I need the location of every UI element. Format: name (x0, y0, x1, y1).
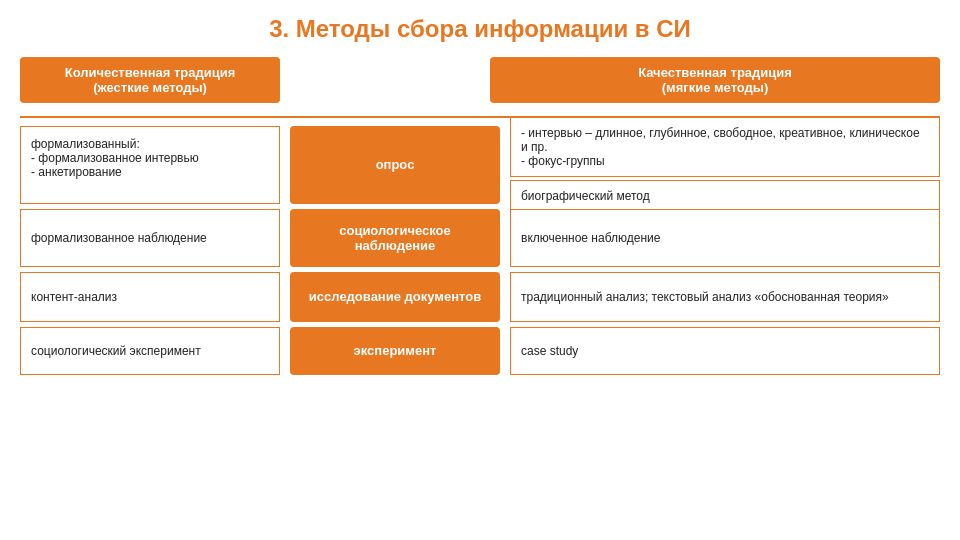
cell-mid-1: опрос (290, 126, 500, 204)
cell-right-bot-1: биографический метод (510, 180, 940, 212)
rows-area: формализованный: - формализованное интер… (20, 126, 940, 375)
content-row-1: формализованный: - формализованное интер… (20, 126, 940, 204)
content-row-4: социологический эксперимент эксперимент … (20, 327, 940, 375)
cell-mid-2: социологическое наблюдение (290, 209, 500, 267)
cell-left-4: социологический эксперимент (20, 327, 280, 375)
page-title: 3. Методы сбора информации в СИ (20, 15, 940, 43)
header-right-box: Качественная традиция (мягкие методы) (490, 57, 940, 103)
cell-mid-3: исследование документов (290, 272, 500, 322)
content-row-2: формализованное наблюдение социологическ… (20, 209, 940, 267)
page: 3. Методы сбора информации в СИ Количест… (0, 0, 960, 540)
header-left-spacer: Количественная традиция (жесткие методы) (20, 57, 280, 111)
cell-left-2: формализованное наблюдение (20, 209, 280, 267)
cell-right-4: case study (510, 327, 940, 375)
header-right-box-wrap: Качественная традиция (мягкие методы) (490, 57, 940, 111)
header-left-box: Количественная традиция (жесткие методы) (20, 57, 280, 103)
headers-row: Количественная традиция (жесткие методы)… (20, 57, 940, 111)
cell-left-1: формализованный: - формализованное интер… (20, 126, 280, 204)
header-mid-spacer (280, 57, 490, 111)
cell-right-3: традиционный анализ; текстовый анализ «о… (510, 272, 940, 322)
cell-mid-4: эксперимент (290, 327, 500, 375)
cell-right-top-1: - интервью – длинное, глубинное, свободн… (510, 117, 940, 177)
cell-right-stacked-1: - интервью – длинное, глубинное, свободн… (510, 117, 940, 212)
cell-left-3: контент-анализ (20, 272, 280, 322)
cell-right-2: включенное наблюдение (510, 209, 940, 267)
content-row-3: контент-анализ исследование документов т… (20, 272, 940, 322)
